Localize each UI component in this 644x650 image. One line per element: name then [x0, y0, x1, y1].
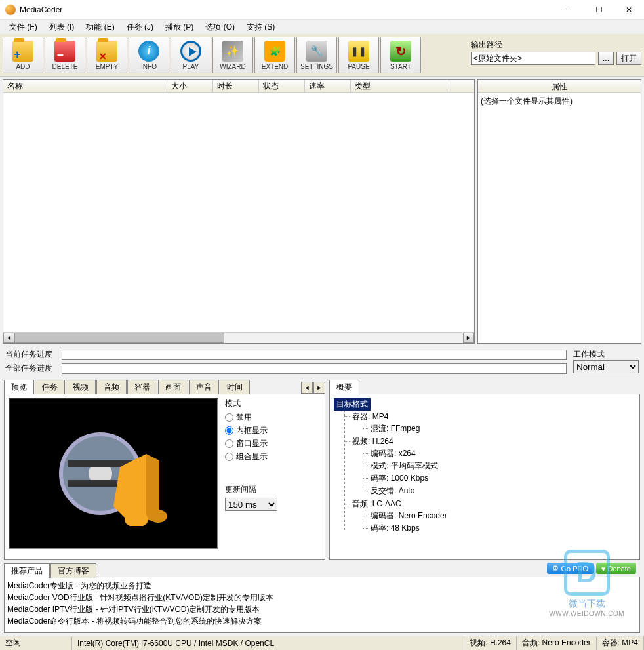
output-path-input[interactable] [471, 52, 595, 65]
delete-button[interactable]: DELETE [45, 37, 85, 73]
start-button[interactable]: START [380, 37, 421, 73]
bottom-tab[interactable]: 推荐产品 [4, 563, 50, 578]
info-button[interactable]: INFO [129, 37, 169, 73]
total-progress-bar [62, 363, 567, 374]
add-button[interactable]: ADD [3, 37, 43, 73]
statusbar: 空闲 Intel(R) Core(TM) i7-6600U CPU / Inte… [0, 636, 644, 650]
column-header[interactable]: 类型 [351, 80, 449, 92]
tree-item[interactable]: 音频: LC-AAC编码器: Nero Encoder码率: 48 Kbps [344, 498, 635, 535]
svg-point-5 [149, 510, 167, 523]
column-header[interactable]: 速率 [305, 80, 351, 92]
status-state: 空闲 [0, 636, 72, 650]
empty-button[interactable]: EMPTY [87, 37, 127, 73]
delete-button-icon [54, 41, 75, 62]
status-cpu: Intel(R) Core(TM) i7-6600U CPU / Intel M… [72, 636, 464, 650]
bottom-tab[interactable]: 官方博客 [50, 563, 96, 578]
menu-item[interactable]: 列表 (I) [44, 20, 80, 34]
menu-item[interactable]: 文件 (F) [4, 20, 43, 34]
browse-button[interactable]: ... [598, 52, 614, 65]
promo-line[interactable]: MediaCoder VOD行业版 - 针对视频点播行业(KTV/VOD)定制开… [7, 592, 637, 603]
properties-header: 属性 [478, 80, 641, 93]
column-header[interactable]: 状态 [259, 80, 305, 92]
app-icon [5, 5, 16, 15]
work-mode-select[interactable]: Normal [573, 360, 639, 373]
tab-视频[interactable]: 视频 [66, 380, 96, 394]
file-list[interactable]: 名称大小时长状态速率类型 ◄► [3, 79, 475, 344]
properties-pane: 属性 (选择一个文件显示其属性) [477, 79, 641, 344]
extend-button[interactable]: EXTEND [254, 37, 295, 73]
current-progress-bar [62, 350, 567, 360]
settings-button[interactable]: SETTINGS [296, 37, 337, 73]
output-path-label: 输出路径 [471, 39, 641, 51]
tree-item[interactable]: 编码器: Nero Encoder [363, 510, 635, 522]
promo-line[interactable]: MediaCoder IPTV行业版 - 针对IPTV行业(KTV/VOD)定制… [7, 603, 637, 615]
work-mode-label: 工作模式 [573, 349, 639, 360]
column-header[interactable]: 时长 [213, 80, 259, 92]
wizard-button[interactable]: WIZARD [212, 37, 253, 73]
close-button[interactable]: ✕ [614, 0, 644, 20]
pause-button[interactable]: PAUSE [338, 37, 379, 73]
tab-预览[interactable]: 预览 [4, 380, 34, 394]
overview-tree[interactable]: 目标格式 容器: MP4混流: FFmpeg视频: H.264编码器: x264… [329, 394, 640, 560]
extend-button-icon [264, 41, 285, 62]
empty-button-icon [96, 41, 117, 62]
status-audio: 音频: Nero Encoder [517, 636, 597, 650]
add-button-icon [12, 41, 33, 62]
tab-画面[interactable]: 画面 [158, 380, 188, 394]
menu-item[interactable]: 功能 (E) [81, 20, 119, 34]
preview-mode-radio[interactable] [225, 426, 233, 435]
tab-scroll-right[interactable]: ► [313, 382, 325, 394]
tree-item[interactable]: 视频: H.264编码器: x264模式: 平均码率模式码率: 1000 Kbp… [344, 436, 635, 498]
menu-item[interactable]: 任务 (J) [121, 20, 159, 34]
menubar: 文件 (F)列表 (I)功能 (E)任务 (J)播放 (P)选项 (O)支持 (… [0, 20, 644, 34]
tree-item[interactable]: 反交错: Auto [363, 485, 635, 497]
status-video: 视频: H.264 [464, 636, 517, 650]
donate-badge[interactable]: ♥ Donate [596, 563, 636, 574]
pause-button-icon [348, 41, 369, 62]
menu-item[interactable]: 选项 (O) [200, 20, 240, 34]
column-header[interactable]: 名称 [3, 80, 167, 92]
play-button[interactable]: PLAY [171, 37, 211, 73]
play-button-icon [180, 41, 201, 62]
promo-panel: MediaCoder专业版 - 为您的视频业务打造MediaCoder VOD行… [4, 577, 640, 633]
column-header[interactable]: 大小 [167, 80, 213, 92]
refresh-interval-select[interactable]: 150 ms [225, 498, 277, 511]
preview-mode-radio[interactable] [225, 453, 233, 461]
preview-mode-radio[interactable] [225, 413, 233, 422]
total-progress-label: 全部任务进度 [5, 363, 58, 374]
tab-时间[interactable]: 时间 [220, 380, 250, 394]
tab-声音[interactable]: 声音 [189, 380, 219, 394]
wizard-button-icon [222, 41, 243, 62]
tree-item[interactable]: 模式: 平均码率模式 [363, 460, 635, 472]
preview-mode-radio[interactable] [225, 439, 233, 448]
h-scrollbar[interactable]: ◄► [3, 332, 474, 343]
window-title: MediaCoder [20, 5, 553, 14]
tree-item[interactable]: 码率: 1000 Kbps [363, 472, 635, 485]
go-pro-badge[interactable]: ⚙ Go PRO [547, 563, 594, 574]
status-container: 容器: MP4 [597, 636, 644, 650]
settings-button-icon [306, 41, 327, 62]
tree-root[interactable]: 目标格式 [334, 398, 371, 411]
maximize-button[interactable]: ☐ [584, 0, 614, 20]
tab-任务[interactable]: 任务 [35, 380, 65, 394]
minimize-button[interactable]: ─ [553, 0, 584, 20]
preview-display [9, 398, 218, 549]
start-button-icon [390, 41, 411, 62]
tab-overview[interactable]: 概要 [329, 380, 359, 394]
menu-item[interactable]: 播放 (P) [160, 20, 199, 34]
open-button[interactable]: 打开 [616, 52, 641, 65]
titlebar: MediaCoder ─ ☐ ✕ [0, 0, 644, 20]
tab-scroll-left[interactable]: ◄ [301, 382, 313, 394]
promo-line[interactable]: MediaCoder专业版 - 为您的视频业务打造 [7, 580, 637, 592]
tree-item[interactable]: 编码器: x264 [363, 447, 635, 460]
tree-item[interactable]: 容器: MP4混流: FFmpeg [344, 411, 635, 436]
tree-item[interactable]: 码率: 48 Kbps [363, 522, 635, 535]
info-button-icon [138, 41, 159, 62]
refresh-label: 更新间隔 [225, 484, 321, 495]
promo-line[interactable]: MediaCoder命令行版本 - 将视频转码功能整合到您的系统的快速解决方案 [7, 615, 637, 627]
tab-容器[interactable]: 容器 [127, 380, 157, 394]
preview-mode-label: 模式 [225, 398, 321, 409]
menu-item[interactable]: 支持 (S) [241, 20, 280, 34]
tab-音频[interactable]: 音频 [96, 380, 127, 394]
tree-item[interactable]: 混流: FFmpeg [363, 422, 635, 435]
